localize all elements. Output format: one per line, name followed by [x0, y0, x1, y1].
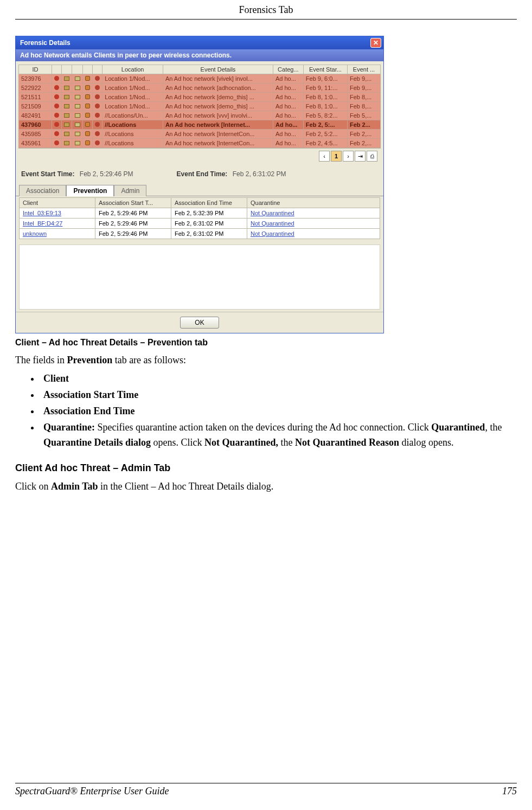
- col-icon: [52, 65, 61, 74]
- alert-icon: [52, 102, 61, 111]
- col-client[interactable]: Client: [20, 198, 95, 208]
- dialog-title: Forensic Details: [20, 39, 70, 47]
- page-header: Forensics Tab: [15, 0, 517, 20]
- page-footer: SpectraGuard® Enterprise User Guide 175: [15, 783, 517, 797]
- tab-prevention[interactable]: Prevention: [66, 185, 114, 196]
- table-row[interactable]: 523976Location 1/Nod...An Ad hoc network…: [19, 74, 381, 83]
- quarantine-link[interactable]: Not Quarantined: [247, 218, 380, 229]
- cell-location: Location 1/Nod...: [102, 102, 163, 111]
- flag-icon: [72, 74, 82, 83]
- flag-icon: [72, 130, 82, 139]
- cell-assoc-end: Feb 2, 6:31:02 PM: [171, 229, 247, 239]
- table-row[interactable]: Intel_BF:D4:27Feb 2, 5:29:46 PMFeb 2, 6:…: [20, 218, 380, 229]
- device-icon: [62, 93, 72, 102]
- status-icon: [93, 74, 102, 83]
- alert-icon: [52, 139, 61, 148]
- tab-association[interactable]: Association: [19, 185, 66, 196]
- cell-assoc-start: Feb 2, 5:29:46 PM: [95, 229, 171, 239]
- quarantine-link[interactable]: Not Quarantined: [247, 208, 380, 218]
- table-row[interactable]: 521511Location 1/Nod...An Ad hoc network…: [19, 93, 381, 102]
- cell-id: 522922: [19, 83, 52, 93]
- cell-category: Ad ho...: [273, 74, 303, 83]
- col-icon: [72, 65, 82, 74]
- cell-details: An Ad hoc network [vvv] involvi...: [163, 111, 273, 120]
- lock-icon: [82, 139, 92, 148]
- alert-icon: [52, 74, 61, 83]
- cell-location: Location 1/Nod...: [102, 93, 163, 102]
- cell-category: Ad ho...: [273, 102, 303, 111]
- col-end[interactable]: Event ...: [348, 65, 381, 74]
- col-location[interactable]: Location: [102, 65, 163, 74]
- pager-page-button[interactable]: 1: [331, 151, 342, 162]
- cell-location: //Locations: [102, 139, 163, 148]
- figure-caption: Client – Ad hoc Threat Details – Prevent…: [15, 338, 517, 348]
- col-assoc-start[interactable]: Association Start T...: [95, 198, 171, 208]
- ok-button[interactable]: OK: [180, 317, 219, 329]
- cell-end: Feb 9,...: [348, 74, 381, 83]
- event-times-row: Event Start Time: Feb 2, 5:29:46 PM Even…: [16, 164, 383, 184]
- col-category[interactable]: Categ...: [273, 65, 303, 74]
- cell-start: Feb 2, 5:...: [303, 120, 347, 130]
- status-icon: [93, 93, 102, 102]
- cell-end: Feb 2,...: [348, 130, 381, 139]
- col-start[interactable]: Event Star...: [303, 65, 347, 74]
- prevention-header-row: Client Association Start T... Associatio…: [20, 198, 380, 208]
- status-icon: [93, 139, 102, 148]
- field-list: Client Association Start Time Associatio…: [40, 371, 517, 450]
- subtabs: Association Prevention Admin: [16, 184, 383, 196]
- status-icon: [93, 130, 102, 139]
- table-row[interactable]: 435961//LocationsAn Ad hoc network [Inte…: [19, 139, 381, 148]
- table-row[interactable]: Intel_03:E9:13Feb 2, 5:29:46 PMFeb 2, 5:…: [20, 208, 380, 218]
- end-time-label: Event End Time:: [177, 170, 228, 178]
- print-icon[interactable]: ⎙: [367, 151, 377, 162]
- table-row[interactable]: unknownFeb 2, 5:29:46 PMFeb 2, 6:31:02 P…: [20, 229, 380, 239]
- table-row[interactable]: 521509Location 1/Nod...An Ad hoc network…: [19, 102, 381, 111]
- cell-id: 521509: [19, 102, 52, 111]
- cell-location: Location 1/Nod...: [102, 74, 163, 83]
- dialog-lower-panel: [19, 245, 380, 310]
- col-id[interactable]: ID: [19, 65, 52, 74]
- cell-details: An Ad hoc network [vivek] invol...: [163, 74, 273, 83]
- cell-details: An Ad hoc network [adhocnation...: [163, 83, 273, 93]
- col-details[interactable]: Event Details: [163, 65, 273, 74]
- pager-first-button[interactable]: ‹: [319, 151, 330, 162]
- cell-end: Feb 8,...: [348, 102, 381, 111]
- tab-admin[interactable]: Admin: [114, 185, 146, 196]
- events-header-row: ID Location Event Details Categ... Event…: [19, 65, 381, 74]
- section-heading-admin: Client Ad hoc Threat – Admin Tab: [15, 462, 517, 474]
- flag-icon: [72, 102, 82, 111]
- alert-icon: [52, 93, 61, 102]
- cell-details: An Ad hoc network [demo_this] ...: [163, 102, 273, 111]
- cell-start: Feb 2, 4:5...: [303, 139, 347, 148]
- alert-icon: [52, 120, 61, 130]
- col-quarantine[interactable]: Quarantine: [247, 198, 380, 208]
- client-link[interactable]: Intel_03:E9:13: [20, 208, 95, 218]
- client-link[interactable]: Intel_BF:D4:27: [20, 218, 95, 229]
- cell-assoc-end: Feb 2, 5:32:39 PM: [171, 208, 247, 218]
- col-icon: [93, 65, 102, 74]
- cell-start: Feb 5, 8:2...: [303, 111, 347, 120]
- col-assoc-end[interactable]: Association End Time: [171, 198, 247, 208]
- client-link[interactable]: unknown: [20, 229, 95, 239]
- table-row[interactable]: 482491//Locations/Un...An Ad hoc network…: [19, 111, 381, 120]
- device-icon: [62, 139, 72, 148]
- device-icon: [62, 130, 72, 139]
- alert-icon: [52, 130, 61, 139]
- cell-assoc-start: Feb 2, 5:29:46 PM: [95, 208, 171, 218]
- list-item: Quarantine: Specifies quarantine action …: [40, 420, 517, 451]
- table-row[interactable]: 435985//LocationsAn Ad hoc network [Inte…: [19, 130, 381, 139]
- table-row[interactable]: 437960//LocationsAn Ad hoc network [Inte…: [19, 120, 381, 130]
- cell-start: Feb 9, 6:0...: [303, 74, 347, 83]
- cell-location: //Locations: [102, 130, 163, 139]
- cell-end: Feb 8,...: [348, 93, 381, 102]
- quarantine-link[interactable]: Not Quarantined: [247, 229, 380, 239]
- pager-jump-button[interactable]: ⇥: [355, 151, 366, 162]
- lock-icon: [82, 102, 92, 111]
- pager-next-button[interactable]: ›: [343, 151, 354, 162]
- flag-icon: [72, 111, 82, 120]
- device-icon: [62, 74, 72, 83]
- close-icon[interactable]: ✕: [370, 38, 381, 48]
- lock-icon: [82, 130, 92, 139]
- cell-id: 437960: [19, 120, 52, 130]
- table-row[interactable]: 522922Location 1/Nod...An Ad hoc network…: [19, 83, 381, 93]
